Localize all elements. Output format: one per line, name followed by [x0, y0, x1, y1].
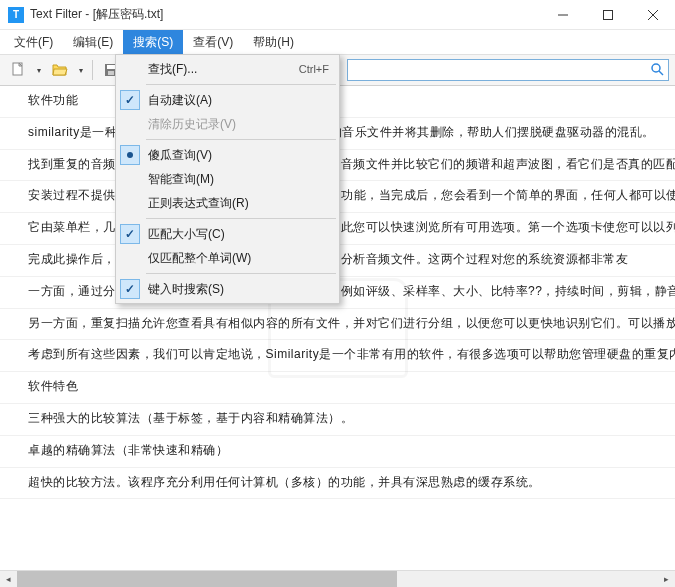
menu-match-case-label: 匹配大小写(C): [148, 226, 329, 243]
horizontal-scrollbar[interactable]: ◂ ▸: [0, 570, 675, 587]
new-file-button[interactable]: [6, 58, 30, 82]
scroll-thumb[interactable]: [17, 571, 397, 588]
scroll-track[interactable]: [17, 571, 658, 588]
menu-search-on-type-label: 键入时搜索(S): [148, 281, 329, 298]
menu-smart-query-label: 智能查询(M): [148, 171, 329, 188]
svg-point-8: [652, 64, 660, 72]
svg-rect-6: [107, 65, 115, 69]
menu-help[interactable]: 帮助(H): [243, 30, 304, 54]
title-bar: T Text Filter - [解压密码.txt]: [0, 0, 675, 30]
text-line: 超快的比较方法。该程序充分利用任何计算机（多核）的功能，并具有深思熟虑的缓存系统…: [0, 468, 675, 500]
scroll-left-button[interactable]: ◂: [0, 571, 17, 588]
menu-regex-query-label: 正则表达式查询(R): [148, 195, 329, 212]
scroll-right-button[interactable]: ▸: [658, 571, 675, 588]
menu-autosuggest[interactable]: ✓ 自动建议(A): [118, 88, 337, 112]
menu-separator: [146, 84, 336, 85]
menu-whole-word-label: 仅匹配整个单词(W): [148, 250, 329, 267]
menu-bar: 文件(F) 编辑(E) 搜索(S) 查看(V) 帮助(H): [0, 30, 675, 54]
menu-view[interactable]: 查看(V): [183, 30, 243, 54]
menu-find[interactable]: 查找(F)... Ctrl+F: [118, 57, 337, 81]
menu-separator: [146, 218, 336, 219]
menu-regex-query[interactable]: 正则表达式查询(R): [118, 191, 337, 215]
new-file-dropdown[interactable]: ▾: [34, 66, 44, 75]
menu-find-label: 查找(F)...: [148, 61, 299, 78]
menu-autosuggest-label: 自动建议(A): [148, 92, 329, 109]
check-icon: ✓: [120, 279, 140, 299]
text-line: 软件特色: [0, 372, 675, 404]
menu-separator: [146, 139, 336, 140]
menu-match-case[interactable]: ✓ 匹配大小写(C): [118, 222, 337, 246]
menu-search-on-type[interactable]: ✓ 键入时搜索(S): [118, 277, 337, 301]
svg-rect-1: [603, 10, 612, 19]
close-button[interactable]: [630, 0, 675, 30]
text-line: 三种强大的比较算法（基于标签，基于内容和精确算法）。: [0, 404, 675, 436]
search-input[interactable]: [352, 63, 650, 77]
menu-file[interactable]: 文件(F): [4, 30, 63, 54]
maximize-button[interactable]: [585, 0, 630, 30]
svg-rect-7: [108, 71, 114, 75]
menu-edit[interactable]: 编辑(E): [63, 30, 123, 54]
menu-search[interactable]: 搜索(S): [123, 30, 183, 54]
app-icon: T: [8, 7, 24, 23]
open-file-button[interactable]: [48, 58, 72, 82]
search-menu-dropdown: 查找(F)... Ctrl+F ✓ 自动建议(A) 清除历史记录(V) 傻瓜查询…: [115, 54, 340, 304]
menu-clear-history-label: 清除历史记录(V): [148, 116, 329, 133]
open-file-dropdown[interactable]: ▾: [76, 66, 86, 75]
svg-line-9: [659, 71, 663, 75]
search-icon[interactable]: [650, 62, 664, 79]
menu-smart-query[interactable]: 智能查询(M): [118, 167, 337, 191]
window-title: Text Filter - [解压密码.txt]: [30, 6, 540, 23]
check-icon: ✓: [120, 224, 140, 244]
menu-find-shortcut: Ctrl+F: [299, 63, 329, 75]
minimize-button[interactable]: [540, 0, 585, 30]
text-line: 考虑到所有这些因素，我们可以肯定地说，Similarity是一个非常有用的软件，…: [0, 340, 675, 372]
check-icon: ✓: [120, 90, 140, 110]
text-line: 另一方面，重复扫描允许您查看具有相似内容的所有文件，并对它们进行分组，以便您可以…: [0, 309, 675, 341]
bullet-icon: [120, 145, 140, 165]
toolbar-separator: [92, 60, 93, 80]
menu-dumb-query-label: 傻瓜查询(V): [148, 147, 329, 164]
menu-separator: [146, 273, 336, 274]
menu-clear-history: 清除历史记录(V): [118, 112, 337, 136]
new-file-icon: [10, 62, 26, 78]
text-line: 卓越的精确算法（非常快速和精确）: [0, 436, 675, 468]
open-folder-icon: [52, 62, 68, 78]
search-box[interactable]: [347, 59, 669, 81]
menu-whole-word[interactable]: 仅匹配整个单词(W): [118, 246, 337, 270]
menu-dumb-query[interactable]: 傻瓜查询(V): [118, 143, 337, 167]
